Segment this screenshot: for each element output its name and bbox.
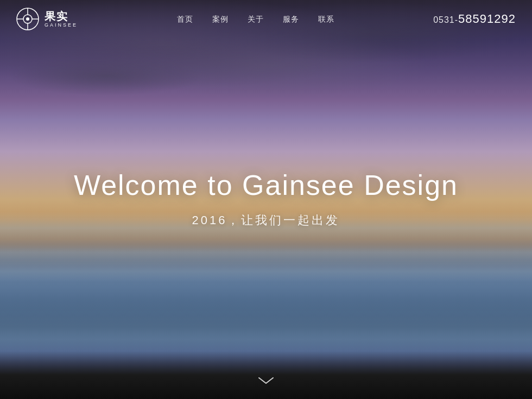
scroll-indicator[interactable] <box>258 376 274 385</box>
navbar: 果实 GAINSEE 首页 案例 关于 服务 联系 0531-58591292 <box>0 0 532 38</box>
nav-item-cases[interactable]: 案例 <box>212 14 229 24</box>
nav-item-contact[interactable]: 联系 <box>318 14 334 24</box>
hero-subtitle: 2016，让我们一起出发 <box>0 212 532 228</box>
nav-item-about[interactable]: 关于 <box>248 14 264 24</box>
nav-links: 首页 案例 关于 服务 联系 <box>177 14 334 24</box>
hero-title: Welcome to Gainsee Design <box>0 168 532 201</box>
logo-icon <box>16 8 39 30</box>
phone-number: 0531-58591292 <box>433 12 516 26</box>
logo[interactable]: 果实 GAINSEE <box>16 8 78 30</box>
nav-item-services[interactable]: 服务 <box>283 14 299 24</box>
phone-prefix: 0531- <box>433 15 458 24</box>
nav-link-about[interactable]: 关于 <box>248 15 264 23</box>
logo-chinese: 果实 <box>45 11 78 22</box>
svg-point-2 <box>26 17 29 21</box>
mist-layer-3 <box>0 261 532 282</box>
nav-link-contact[interactable]: 联系 <box>318 15 334 23</box>
logo-text: 果实 GAINSEE <box>45 11 78 28</box>
chevron-down-icon <box>258 376 274 385</box>
nav-link-cases[interactable]: 案例 <box>212 15 229 23</box>
nav-link-home[interactable]: 首页 <box>177 15 193 23</box>
nav-item-home[interactable]: 首页 <box>177 14 193 24</box>
logo-english: GAINSEE <box>45 23 78 28</box>
hero-content: Welcome to Gainsee Design 2016，让我们一起出发 <box>0 168 532 228</box>
nav-link-services[interactable]: 服务 <box>283 15 299 23</box>
phone-digits: 58591292 <box>458 12 516 26</box>
